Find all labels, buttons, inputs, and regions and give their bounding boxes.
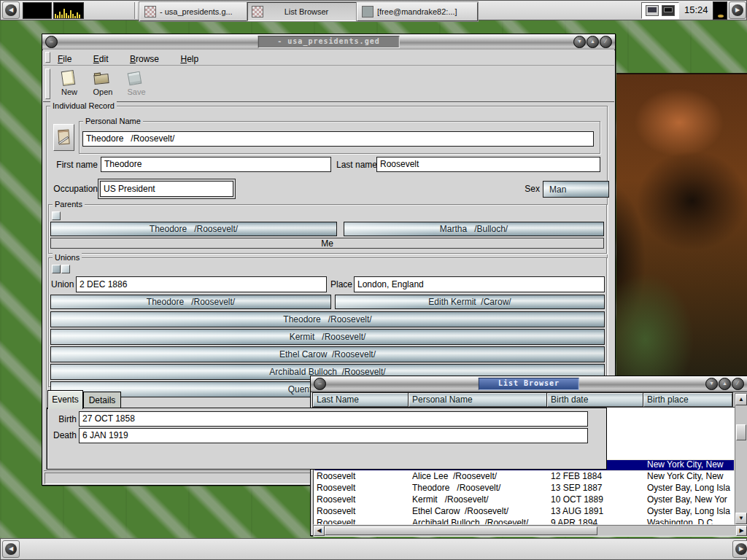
maximize-button[interactable]: ▴ — [719, 378, 731, 390]
column-header-birth-date[interactable]: Birth date — [547, 393, 643, 407]
window-icon — [252, 6, 263, 18]
personal-name-group: Personal Name Theodore /Roosevelt/ — [79, 121, 600, 154]
occupation-input[interactable]: US President — [100, 181, 233, 197]
personal-name-input[interactable]: Theodore /Roosevelt/ — [82, 131, 594, 147]
tab-details[interactable]: Details — [83, 392, 121, 409]
birth-input[interactable]: 27 OCT 1858 — [79, 411, 588, 427]
union-label: Union — [51, 279, 75, 289]
titlebar[interactable]: – - usa_presidents.ged ▾ ▴ ∕ — [42, 34, 615, 50]
pager-applet[interactable] — [23, 2, 52, 19]
window-menu-button[interactable]: – — [314, 378, 326, 390]
scrollbar-thumb[interactable] — [736, 424, 746, 440]
group-legend: Individual Record — [50, 101, 117, 111]
column-header-personal-name[interactable]: Personal Name — [409, 393, 547, 407]
scrollbar-thumb[interactable] — [325, 526, 597, 535]
menu-edit[interactable]: Edit — [93, 54, 109, 64]
list-row[interactable]: Roosevelt Archibald Bulloch /Roosevelt/ … — [314, 518, 735, 525]
group-legend: Personal Name — [83, 117, 143, 126]
window-title: List Browser — [479, 378, 579, 390]
arrow-right-icon: ▶ — [732, 4, 743, 16]
horizontal-scrollbar[interactable]: ◀ ▶ — [313, 525, 747, 537]
panel-divider — [134, 2, 136, 19]
window-title: - usa_presidents.ged — [258, 36, 399, 48]
group-legend: Unions — [53, 253, 82, 262]
tasklist-tray[interactable] — [641, 2, 679, 19]
union-prev-button[interactable] — [52, 265, 61, 273]
close-button[interactable]: ∕ — [600, 36, 612, 48]
close-button[interactable]: ∕ — [732, 378, 744, 390]
first-name-input[interactable]: Theodore — [101, 157, 331, 172]
place-input[interactable]: London, England — [354, 276, 605, 292]
monitor-icon — [662, 5, 675, 16]
child-button[interactable]: Theodore /Roosevelt/ — [50, 311, 605, 327]
vertical-scrollbar[interactable]: ▲ ▼ — [735, 393, 747, 525]
new-button[interactable]: New — [53, 70, 85, 98]
scroll-down-button[interactable]: ▼ — [735, 513, 747, 524]
record-icon-button[interactable] — [53, 124, 74, 151]
list-row[interactable]: Roosevelt Ethel Carow /Roosevelt/ 13 AUG… — [314, 506, 735, 518]
tab-events[interactable]: Events — [47, 390, 83, 409]
desktop: ◀ - usa_presidents.g... List Browse — [0, 0, 747, 560]
father-button[interactable]: Theodore /Roosevelt/ — [50, 222, 337, 236]
death-label: Death — [50, 430, 77, 440]
mother-button[interactable]: Martha /Bulloch/ — [344, 222, 604, 236]
taskbar-item-label: List Browser — [285, 7, 329, 16]
list-row[interactable]: Roosevelt Kermit /Roosevelt/ 10 OCT 1889… — [314, 494, 735, 506]
lamp-icon — [718, 15, 724, 18]
scroll-right-button[interactable]: ▶ — [736, 526, 747, 536]
scroll-up-button[interactable]: ▲ — [735, 394, 747, 405]
arrow-left-icon: ◀ — [5, 543, 17, 555]
list-row[interactable]: Roosevelt Theodore /Roosevelt/ 13 SEP 18… — [314, 483, 735, 494]
union-spouse-left-button[interactable]: Theodore /Roosevelt/ — [50, 295, 331, 309]
union-spouse-right-button[interactable]: Edith Kermit /Carow/ — [335, 295, 605, 309]
menu-browse[interactable]: Browse — [130, 54, 159, 64]
taskbar-item-usa-presidents[interactable]: - usa_presidents.g... — [139, 2, 256, 21]
panel-hide-left-button[interactable]: ◀ — [2, 1, 20, 19]
last-name-input[interactable]: Roosevelt — [376, 157, 600, 172]
open-button[interactable]: Open — [87, 70, 119, 98]
menu-file[interactable]: File — [58, 54, 71, 64]
panel-hide-right-button[interactable]: ▶ — [732, 540, 747, 558]
maximize-button[interactable]: ▴ — [587, 36, 599, 48]
menubar: File Edit Browse Help — [43, 50, 614, 66]
monitor-icon — [646, 5, 659, 16]
union-next-button[interactable] — [61, 265, 70, 273]
sex-select[interactable]: Man — [543, 181, 609, 198]
menu-help[interactable]: Help — [180, 54, 198, 64]
death-input[interactable]: 6 JAN 1919 — [79, 428, 588, 443]
group-legend: Parents — [53, 200, 85, 209]
union-date-input[interactable]: 2 DEC 1886 — [76, 276, 327, 292]
child-button[interactable]: Ethel Carow /Roosevelt/ — [50, 346, 605, 362]
scroll-left-button[interactable]: ◀ — [314, 526, 325, 536]
arrow-left-icon: ◀ — [5, 4, 17, 16]
list-header: Last Name Personal Name Birth date Birth… — [313, 393, 732, 407]
save-button: Save — [120, 70, 152, 98]
minimize-button[interactable]: ▾ — [573, 36, 586, 48]
column-header-birth-place[interactable]: Birth place — [643, 393, 732, 407]
events-tabpage: Birth 27 OCT 1858 Death 6 JAN 1919 — [47, 408, 607, 470]
occupation-label: Occupation — [50, 184, 98, 194]
list-row[interactable]: Roosevelt Alice Lee /Roosevelt/ 12 FEB 1… — [314, 471, 735, 483]
bottom-panel: ◀ ☾ ? ★ real GQview ♥ ▲ — [0, 538, 747, 560]
parents-toggle-button[interactable] — [52, 211, 61, 220]
taskbar-item-label: - usa_presidents.g... — [160, 7, 233, 16]
window-menu-button[interactable]: – — [45, 36, 58, 48]
window-icon — [144, 6, 156, 18]
child-button[interactable]: Kermit /Roosevelt/ — [50, 329, 605, 345]
last-name-label: Last name — [336, 160, 374, 170]
titlebar[interactable]: – List Browser ▾ ▴ ∕ — [311, 376, 747, 392]
taskbar-item-list-browser[interactable]: List Browser — [247, 2, 365, 21]
menubar-grip[interactable] — [45, 52, 50, 63]
toolbar: New Open Save — [43, 66, 614, 102]
panel-hide-left-button[interactable]: ◀ — [2, 540, 20, 558]
new-file-icon — [53, 70, 85, 88]
window-icon — [362, 6, 374, 18]
place-label: Place — [330, 279, 353, 289]
arrow-right-icon: ▶ — [735, 543, 747, 555]
panel-hide-right-button[interactable]: ▶ — [729, 1, 746, 19]
column-header-last-name[interactable]: Last Name — [313, 393, 409, 407]
toolbar-grip[interactable] — [45, 69, 50, 99]
top-panel: ◀ - usa_presidents.g... List Browse — [0, 0, 747, 20]
minimize-button[interactable]: ▾ — [705, 378, 718, 390]
taskbar-item-terminal[interactable]: [free@mandrake82:...] — [357, 2, 478, 21]
